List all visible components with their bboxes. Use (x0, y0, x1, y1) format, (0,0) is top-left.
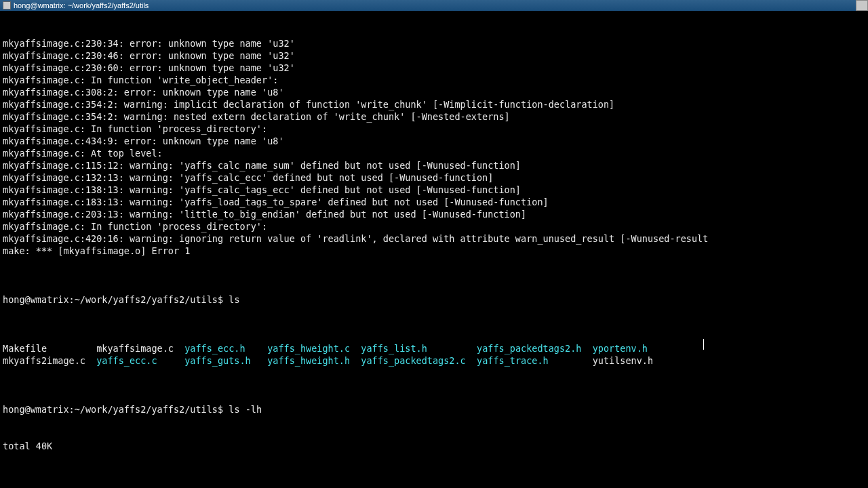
compiler-line: mkyaffsimage.c:354:2: warning: implicit … (3, 98, 865, 110)
compiler-output: mkyaffsimage.c:230:34: error: unknown ty… (3, 37, 865, 257)
compiler-line: mkyaffsimage.c: In function 'process_dir… (3, 220, 865, 232)
compiler-line: mkyaffsimage.c:230:46: error: unknown ty… (3, 49, 865, 62)
ls-row: mkyaffs2image.c yaffs_ecc.c yaffs_guts.h… (3, 354, 865, 367)
ls-item: Makefile (3, 343, 96, 354)
compiler-line: mkyaffsimage.c:203:13: warning: 'little_… (3, 208, 865, 220)
compiler-line: mkyaffsimage.c:434:9: error: unknown typ… (3, 135, 865, 147)
shell-prompt: hong@wmatrix:~/work/yaffs2/yaffs2/utils$ (3, 404, 229, 415)
compiler-line: mkyaffsimage.c:132:13: warning: 'yaffs_c… (3, 171, 865, 184)
ls-item: yaffs_trace.h (477, 355, 593, 366)
compiler-line: make: *** [mkyaffsimage.o] Error 1 (3, 245, 865, 257)
command-ls: ls (229, 294, 239, 305)
ls-item: yaffs_ecc.h (184, 343, 267, 354)
compiler-line: mkyaffsimage.c:354:2: warning: nested ex… (3, 110, 865, 123)
compiler-line: mkyaffsimage.c:230:34: error: unknown ty… (3, 37, 865, 49)
command-ls-lh: ls -lh (229, 404, 262, 415)
ls-item: mkyaffsimage.c (96, 343, 184, 354)
terminal-output[interactable]: mkyaffsimage.c:230:34: error: unknown ty… (0, 11, 868, 488)
ls-item: yaffs_ecc.c (96, 355, 184, 366)
compiler-line: mkyaffsimage.c: In function 'process_dir… (3, 123, 865, 135)
window-titlebar[interactable]: hong@wmatrix: ~/work/yaffs2/yaffs2/utils (0, 0, 868, 11)
compiler-line: mkyaffsimage.c: In function 'write_objec… (3, 74, 865, 86)
ls-item: yaffs_packedtags2.c (361, 355, 477, 366)
ls-item: yutilsenv.h (593, 355, 653, 366)
compiler-line: mkyaffsimage.c:138:13: warning: 'yaffs_c… (3, 184, 865, 196)
ls-item: yportenv.h (593, 343, 648, 354)
compiler-line: mkyaffsimage.c: At top level: (3, 147, 865, 159)
window-button[interactable] (856, 0, 868, 11)
ls-row: Makefile mkyaffsimage.c yaffs_ecc.h yaff… (3, 342, 865, 354)
compiler-line: mkyaffsimage.c:115:12: warning: 'yaffs_c… (3, 159, 865, 171)
window-title: hong@wmatrix: ~/work/yaffs2/yaffs2/utils (14, 0, 149, 12)
ls-item: mkyaffs2image.c (3, 355, 96, 366)
ls-output: Makefile mkyaffsimage.c yaffs_ecc.h yaff… (3, 342, 865, 367)
compiler-line: mkyaffsimage.c:183:13: warning: 'yaffs_l… (3, 196, 865, 208)
ls-item: yaffs_packedtags2.h (477, 343, 593, 354)
text-caret (703, 339, 704, 350)
shell-prompt: hong@wmatrix:~/work/yaffs2/yaffs2/utils$ (3, 294, 229, 305)
total-line: total 40K (3, 440, 865, 452)
compiler-line: mkyaffsimage.c:420:16: warning: ignoring… (3, 232, 865, 245)
compiler-line: mkyaffsimage.c:230:60: error: unknown ty… (3, 62, 865, 74)
compiler-line: mkyaffsimage.c:308:2: error: unknown typ… (3, 86, 865, 98)
ls-item: yaffs_list.h (361, 343, 477, 354)
terminal-icon (3, 1, 11, 9)
ls-item: yaffs_hweight.c (267, 343, 361, 354)
ls-item: yaffs_guts.h (184, 355, 267, 366)
ls-item: yaffs_hweight.h (267, 355, 361, 366)
